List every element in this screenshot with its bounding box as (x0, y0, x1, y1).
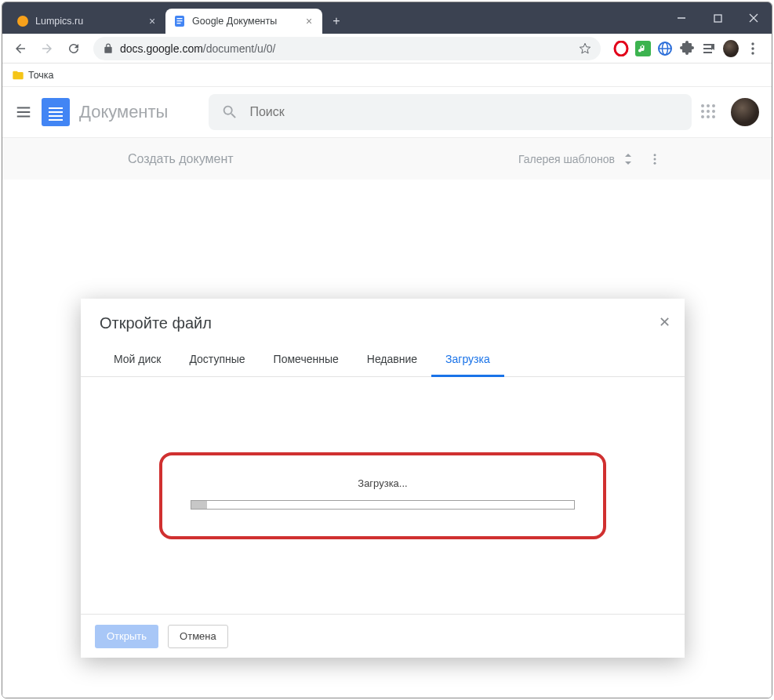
account-avatar[interactable] (731, 98, 759, 126)
upload-highlight: Загрузка... (159, 452, 606, 539)
modal-close-button[interactable]: ✕ (655, 313, 674, 332)
tab-lumpics[interactable]: Lumpics.ru × (9, 9, 165, 34)
globe-icon[interactable] (657, 41, 673, 56)
expand-icon (623, 152, 634, 166)
svg-point-15 (751, 47, 754, 49)
open-button[interactable]: Открыть (95, 625, 158, 648)
music-icon[interactable] (635, 41, 651, 56)
extensions-icon[interactable] (679, 41, 695, 56)
cancel-button[interactable]: Отмена (168, 625, 228, 648)
modal-body: Загрузка... (81, 377, 685, 614)
minimize-button[interactable] (663, 2, 700, 34)
favicon-docs (173, 15, 186, 27)
svg-point-18 (654, 158, 656, 160)
menu-icon[interactable] (745, 41, 761, 56)
opera-icon[interactable] (613, 41, 629, 56)
modal-tabs: Мой диск Доступные Помеченные Недавние З… (81, 337, 685, 377)
bookmark-folder[interactable]: Точка (12, 69, 54, 82)
app-title: Документы (79, 102, 168, 122)
svg-rect-6 (714, 15, 721, 22)
close-icon[interactable]: × (147, 16, 158, 27)
create-row: Создать документ Галерея шаблонов (2, 137, 772, 180)
maximize-button[interactable] (700, 2, 736, 34)
tab-upload[interactable]: Загрузка (431, 345, 504, 377)
search-input[interactable] (249, 105, 679, 119)
close-icon[interactable]: × (303, 16, 314, 27)
profile-avatar[interactable] (723, 41, 739, 56)
address-bar[interactable]: docs.google.com/document/u/0/ (93, 37, 601, 60)
lock-icon (103, 43, 114, 54)
reload-button[interactable] (62, 37, 85, 60)
browser-window: Lumpics.ru × Google Документы × + docs.g… (2, 2, 772, 698)
svg-point-9 (615, 42, 627, 56)
tab-title: Lumpics.ru (35, 16, 140, 27)
docs-logo-icon (42, 98, 70, 126)
svg-point-14 (751, 42, 754, 45)
svg-point-17 (654, 154, 656, 156)
gallery-label: Галерея шаблонов (518, 153, 615, 165)
loading-label: Загрузка... (191, 477, 575, 489)
app-header: Документы (2, 87, 772, 137)
window-controls (663, 2, 772, 34)
progress-fill (191, 501, 207, 509)
close-window-button[interactable] (736, 2, 772, 34)
tab-title: Google Документы (192, 16, 297, 27)
svg-rect-4 (177, 23, 181, 24)
svg-rect-3 (177, 20, 183, 21)
docs-app: Документы Создать документ Галерея шабло… (2, 87, 772, 698)
tab-starred[interactable]: Помеченные (260, 345, 353, 376)
search-bar[interactable] (209, 94, 692, 130)
modal-footer: Открыть Отмена (81, 614, 685, 658)
reading-list-icon[interactable] (701, 41, 717, 56)
apps-grid-icon[interactable] (701, 104, 717, 120)
extension-icons (609, 41, 765, 56)
new-tab-button[interactable]: + (325, 10, 347, 32)
tab-google-docs[interactable]: Google Документы × (165, 9, 322, 34)
star-icon[interactable] (579, 42, 591, 55)
open-file-modal: Откройте файл ✕ Мой диск Доступные Помеч… (81, 299, 685, 658)
hamburger-icon[interactable] (15, 103, 32, 121)
template-gallery-button[interactable]: Галерея шаблонов (518, 152, 634, 166)
titlebar: Lumpics.ru × Google Документы × + (2, 2, 772, 34)
bookmark-label: Точка (28, 70, 54, 81)
bookmarks-bar: Точка (2, 63, 772, 87)
tab-my-drive[interactable]: Мой диск (100, 345, 175, 376)
more-options-icon[interactable] (648, 152, 662, 166)
progress-bar (191, 500, 575, 510)
url-text: docs.google.com/document/u/0/ (120, 42, 275, 55)
search-icon (221, 103, 238, 121)
tab-shared[interactable]: Доступные (175, 345, 259, 376)
modal-title: Откройте файл (81, 299, 685, 337)
svg-rect-2 (177, 18, 183, 19)
browser-toolbar: docs.google.com/document/u/0/ (2, 34, 772, 63)
svg-point-19 (654, 161, 656, 164)
svg-point-16 (751, 52, 754, 54)
tab-recent[interactable]: Недавние (353, 345, 431, 376)
create-doc-label: Создать документ (128, 152, 234, 166)
favicon-lumpics (16, 15, 29, 27)
back-button[interactable] (9, 37, 32, 60)
forward-button[interactable] (35, 37, 59, 60)
svg-point-0 (17, 16, 28, 27)
